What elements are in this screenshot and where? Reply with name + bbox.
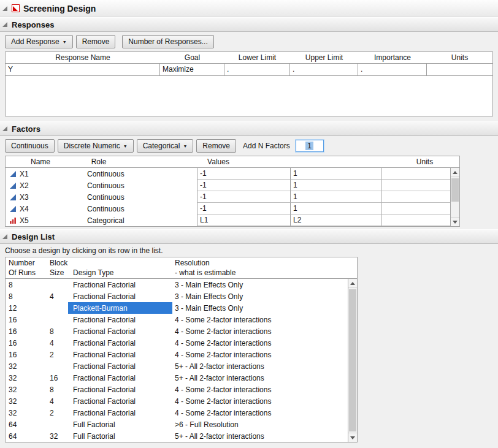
design-type-cell[interactable]: Fractional Factorial bbox=[68, 349, 172, 360]
design-block-cell[interactable] bbox=[45, 419, 68, 430]
discrete-numeric-button[interactable]: Discrete Numeric ▼ bbox=[58, 139, 134, 153]
factor-role-cell[interactable]: Categorical bbox=[75, 216, 197, 225]
design-resolution-cell[interactable]: 5+ - All 2-factor interactions bbox=[172, 372, 348, 384]
design-resolution-cell[interactable]: 3 - Main Effects Only bbox=[172, 279, 348, 290]
design-type-cell[interactable]: Fractional Factorial bbox=[68, 325, 172, 337]
remove-response-button[interactable]: Remove bbox=[76, 35, 116, 48]
disclosure-triangle-icon[interactable] bbox=[2, 6, 8, 12]
design-block-cell[interactable]: 4 bbox=[45, 395, 68, 407]
factor-name-cell[interactable]: X2 bbox=[6, 180, 75, 191]
design-type-cell[interactable]: Fractional Factorial bbox=[68, 407, 172, 419]
scroll-thumb[interactable] bbox=[451, 178, 459, 202]
design-list-row[interactable]: 16 2 Fractional Factorial 4 - Some 2-fac… bbox=[6, 349, 348, 360]
design-list-row[interactable]: 32 16 Fractional Factorial 5+ - All 2-fa… bbox=[6, 372, 348, 384]
design-runs-cell[interactable]: 32 bbox=[6, 372, 45, 384]
factor-name-cell[interactable]: X3 bbox=[6, 191, 75, 203]
design-block-cell[interactable]: 2 bbox=[45, 349, 68, 360]
design-type-cell[interactable]: Fractional Factorial bbox=[68, 384, 172, 395]
factor-value-2-cell[interactable]: 1 bbox=[290, 203, 381, 215]
factor-units-cell[interactable] bbox=[381, 168, 450, 180]
design-list-row[interactable]: 16 Fractional Factorial 4 - Some 2-facto… bbox=[6, 314, 348, 325]
response-upper-limit-cell[interactable]: . bbox=[290, 64, 358, 76]
add-response-button[interactable]: Add Response ▼ bbox=[5, 35, 73, 48]
factors-section-header[interactable]: Factors bbox=[0, 121, 498, 136]
add-n-factors-input[interactable]: 1 bbox=[296, 140, 324, 152]
design-runs-cell[interactable]: 12 bbox=[6, 302, 45, 314]
responses-section-header[interactable]: Responses bbox=[0, 17, 498, 32]
design-type-cell[interactable]: Fractional Factorial bbox=[68, 337, 172, 349]
factor-units-cell[interactable] bbox=[381, 191, 450, 203]
design-runs-cell[interactable]: 32 bbox=[6, 407, 45, 419]
design-list-row[interactable]: 64 32 Full Factorial 5+ - All 2-factor i… bbox=[6, 430, 348, 442]
design-resolution-cell[interactable]: 4 - Some 2-factor interactions bbox=[172, 314, 348, 325]
scroll-up-button[interactable] bbox=[348, 279, 357, 288]
design-runs-cell[interactable]: 16 bbox=[6, 314, 45, 325]
factor-value-1-cell[interactable]: L1 bbox=[197, 215, 290, 226]
design-list-row[interactable]: 8 Fractional Factorial 3 - Main Effects … bbox=[6, 279, 348, 290]
factor-value-2-cell[interactable]: 1 bbox=[290, 180, 381, 191]
design-runs-cell[interactable]: 16 bbox=[6, 337, 45, 349]
design-runs-cell[interactable]: 32 bbox=[6, 395, 45, 407]
design-list-row[interactable]: 64 Full Factorial >6 - Full Resolution bbox=[6, 419, 348, 430]
factor-value-1-cell[interactable]: -1 bbox=[197, 191, 290, 203]
design-list-row[interactable]: 32 Fractional Factorial 5+ - All 2-facto… bbox=[6, 360, 348, 372]
design-block-cell[interactable]: 8 bbox=[45, 325, 68, 337]
design-resolution-cell[interactable]: 3 - Main Effects Only bbox=[172, 302, 348, 314]
scroll-down-button[interactable] bbox=[451, 217, 459, 226]
design-type-cell[interactable]: Full Factorial bbox=[68, 430, 172, 442]
factor-role-cell[interactable]: Continuous bbox=[75, 170, 197, 178]
design-type-cell[interactable]: Fractional Factorial bbox=[68, 360, 172, 372]
factor-value-1-cell[interactable]: -1 bbox=[197, 180, 290, 191]
design-list-row[interactable]: 8 4 Fractional Factorial 3 - Main Effect… bbox=[6, 290, 348, 302]
response-lower-limit-cell[interactable]: . bbox=[224, 64, 290, 76]
response-name-cell[interactable]: Y bbox=[6, 64, 160, 76]
design-list-row[interactable]: 32 8 Fractional Factorial 4 - Some 2-fac… bbox=[6, 384, 348, 395]
disclosure-triangle-icon[interactable] bbox=[2, 233, 8, 240]
design-list-scrollbar[interactable] bbox=[348, 279, 357, 442]
design-type-cell[interactable]: Fractional Factorial bbox=[68, 314, 172, 325]
design-block-cell[interactable]: 8 bbox=[45, 384, 68, 395]
design-block-cell[interactable] bbox=[45, 360, 68, 372]
factor-value-2-cell[interactable]: L2 bbox=[290, 215, 381, 226]
design-runs-cell[interactable]: 8 bbox=[6, 279, 45, 290]
factor-name-cell[interactable]: X5 bbox=[6, 215, 75, 226]
factor-units-cell[interactable] bbox=[381, 215, 450, 226]
design-type-cell[interactable]: Fractional Factorial bbox=[68, 395, 172, 407]
design-block-cell[interactable]: 4 bbox=[45, 290, 68, 302]
design-type-cell[interactable]: Plackett-Burman bbox=[68, 302, 172, 314]
design-resolution-cell[interactable]: 4 - Some 2-factor interactions bbox=[172, 395, 348, 407]
factor-name-cell[interactable]: X1 bbox=[6, 168, 75, 180]
factor-value-2-cell[interactable]: 1 bbox=[290, 191, 381, 203]
design-block-cell[interactable]: 16 bbox=[45, 372, 68, 384]
design-type-cell[interactable]: Full Factorial bbox=[68, 419, 172, 430]
design-resolution-cell[interactable]: 5+ - All 2-factor interactions bbox=[172, 360, 348, 372]
response-importance-cell[interactable]: . bbox=[358, 64, 427, 76]
factor-value-1-cell[interactable]: -1 bbox=[197, 168, 290, 180]
remove-factor-button[interactable]: Remove bbox=[196, 139, 236, 153]
design-list-row[interactable]: 12 Plackett-Burman 3 - Main Effects Only bbox=[6, 302, 348, 314]
design-resolution-cell[interactable]: 5+ - All 2-factor interactions bbox=[172, 430, 348, 442]
design-block-cell[interactable] bbox=[45, 279, 68, 290]
design-runs-cell[interactable]: 16 bbox=[6, 349, 45, 360]
factor-value-1-cell[interactable]: -1 bbox=[197, 203, 290, 215]
design-list-row[interactable]: 32 4 Fractional Factorial 4 - Some 2-fac… bbox=[6, 395, 348, 407]
design-list-section-header[interactable]: Design List bbox=[0, 229, 498, 244]
design-block-cell[interactable]: 32 bbox=[45, 430, 68, 442]
red-triangle-menu-icon[interactable] bbox=[12, 4, 20, 12]
factor-name-cell[interactable]: X4 bbox=[6, 203, 75, 215]
design-resolution-cell[interactable]: 4 - Some 2-factor interactions bbox=[172, 349, 348, 360]
design-block-cell[interactable] bbox=[45, 314, 68, 325]
design-list-row[interactable]: 16 4 Fractional Factorial 4 - Some 2-fac… bbox=[6, 337, 348, 349]
factor-units-cell[interactable] bbox=[381, 180, 450, 191]
design-runs-cell[interactable]: 8 bbox=[6, 290, 45, 302]
response-units-cell[interactable] bbox=[427, 64, 492, 76]
scroll-thumb[interactable] bbox=[349, 289, 356, 431]
categorical-button[interactable]: Categorical ▼ bbox=[137, 139, 194, 153]
design-list-row[interactable]: 16 8 Fractional Factorial 4 - Some 2-fac… bbox=[6, 325, 348, 337]
scroll-down-button[interactable] bbox=[348, 433, 357, 442]
design-runs-cell[interactable]: 64 bbox=[6, 419, 45, 430]
design-block-cell[interactable] bbox=[45, 302, 68, 314]
disclosure-triangle-icon[interactable] bbox=[2, 126, 8, 132]
factor-role-cell[interactable]: Continuous bbox=[75, 193, 197, 202]
design-block-cell[interactable]: 4 bbox=[45, 337, 68, 349]
